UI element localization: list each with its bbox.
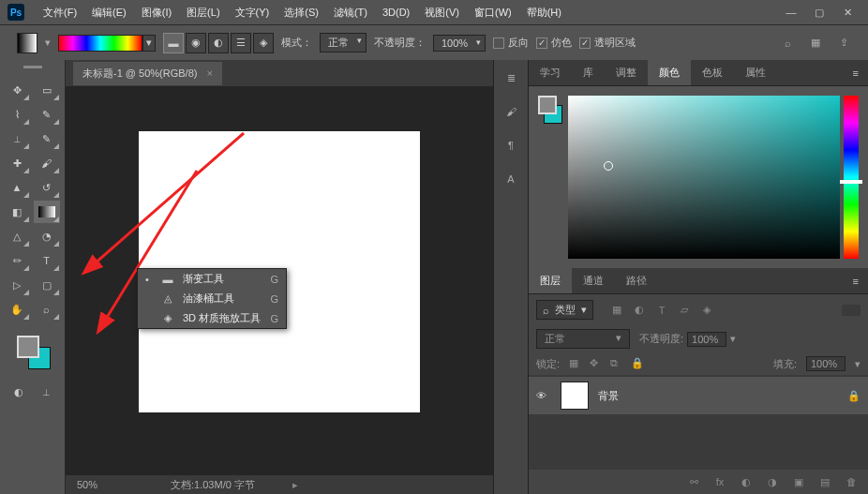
panel-color-swatches[interactable] (538, 96, 564, 259)
menu-help[interactable]: 帮助(H) (519, 6, 569, 20)
document-info[interactable]: 文档:1.03M/0 字节 (171, 478, 255, 492)
menu-layer[interactable]: 图层(L) (179, 6, 227, 20)
filter-toggle[interactable] (842, 305, 861, 316)
link-layers-icon[interactable]: ⚯ (686, 474, 701, 489)
dodge-tool[interactable]: ◔ (34, 225, 60, 247)
tab-adjustments[interactable]: 调整 (605, 60, 648, 85)
eraser-tool[interactable]: ◧ (4, 201, 30, 223)
tab-color[interactable]: 颜色 (648, 60, 691, 85)
flyout-3d-material-tool[interactable]: ◈ 3D 材质拖放工具 G (138, 308, 286, 328)
zoom-tool[interactable]: ⌕ (34, 298, 60, 321)
type-tool[interactable]: T (34, 249, 60, 272)
filter-shape-icon[interactable]: ▱ (678, 304, 691, 317)
layer-fill-input[interactable]: 100% (806, 356, 846, 371)
gradient-reflected-button[interactable]: ☰ (231, 33, 251, 53)
tab-swatches[interactable]: 色板 (691, 60, 734, 85)
blend-mode-select[interactable]: 正常 (320, 33, 367, 52)
healing-tool[interactable]: ✚ (4, 152, 30, 174)
menu-window[interactable]: 窗口(W) (467, 6, 519, 20)
opacity-input[interactable]: 100% (433, 35, 486, 52)
history-panel-icon[interactable]: ≣ (499, 67, 523, 88)
layer-name[interactable]: 背景 (598, 389, 838, 403)
color-picker-field[interactable] (568, 96, 840, 259)
path-select-tool[interactable]: ▷ (4, 274, 30, 296)
blur-tool[interactable]: △ (4, 225, 30, 247)
tab-library[interactable]: 库 (572, 60, 605, 85)
chevron-down-icon[interactable]: ▾ (45, 37, 51, 49)
history-brush-tool[interactable]: ↺ (34, 176, 60, 199)
reverse-checkbox[interactable] (493, 37, 504, 49)
color-swatches[interactable] (4, 336, 61, 373)
toolbox-handle[interactable] (4, 66, 61, 75)
share-icon[interactable]: ⇪ (836, 36, 851, 51)
menu-view[interactable]: 视图(V) (417, 6, 467, 20)
tab-layers[interactable]: 图层 (529, 268, 572, 293)
new-layer-icon[interactable]: ▤ (817, 474, 832, 489)
screen-mode-button[interactable]: ⟂ (34, 381, 60, 403)
eyedropper-tool[interactable]: ✎ (34, 127, 60, 150)
pen-tool[interactable]: ✏ (4, 249, 30, 272)
tab-learn[interactable]: 学习 (529, 60, 572, 85)
lock-icon[interactable]: 🔒 (847, 390, 861, 402)
layer-style-icon[interactable]: fx (712, 474, 727, 489)
quick-select-tool[interactable]: ✎ (34, 103, 60, 126)
chevron-down-icon[interactable]: ▾ (730, 333, 736, 345)
flyout-gradient-tool[interactable]: • ▬ 渐变工具 G (138, 269, 286, 289)
lasso-tool[interactable]: ⌇ (4, 103, 30, 126)
layer-opacity-input[interactable]: 100% (687, 332, 726, 347)
move-tool[interactable]: ✥ (4, 79, 30, 101)
window-close-button[interactable]: ✕ (834, 3, 861, 22)
marquee-tool[interactable]: ▭ (34, 79, 60, 101)
brush-panel-icon[interactable]: 🖌 (499, 101, 523, 122)
search-icon[interactable]: ⌕ (780, 36, 795, 51)
gradient-radial-button[interactable]: ◉ (186, 33, 206, 53)
filter-adjust-icon[interactable]: ◐ (633, 304, 646, 317)
hue-slider-cursor[interactable] (840, 180, 862, 184)
lock-all-icon[interactable]: 🔒 (631, 357, 644, 370)
layer-mask-icon[interactable]: ◐ (739, 474, 754, 489)
chevron-right-icon[interactable]: ▸ (292, 479, 298, 491)
adjustment-layer-icon[interactable]: ◑ (765, 474, 780, 489)
lock-artboard-icon[interactable]: ⧉ (610, 357, 623, 370)
filter-smart-icon[interactable]: ◈ (700, 304, 713, 317)
window-maximize-button[interactable]: ▢ (806, 3, 832, 22)
gradient-preview[interactable] (58, 35, 142, 52)
character-panel-icon[interactable]: A (499, 169, 523, 189)
panel-menu-icon[interactable]: ≡ (844, 276, 868, 287)
foreground-color-swatch[interactable] (17, 336, 39, 358)
gradient-linear-button[interactable]: ▬ (163, 33, 184, 53)
hand-tool[interactable]: ✋ (4, 298, 30, 321)
chevron-down-icon[interactable]: ▾ (855, 358, 861, 370)
lock-pixels-icon[interactable]: ▦ (569, 357, 582, 370)
menu-3d[interactable]: 3D(D) (375, 7, 417, 18)
menu-type[interactable]: 文字(Y) (228, 6, 277, 20)
layer-group-icon[interactable]: ▣ (791, 474, 806, 489)
menu-file[interactable]: 文件(F) (36, 6, 84, 20)
menu-image[interactable]: 图像(I) (134, 6, 179, 20)
clone-tool[interactable]: ▲ (4, 176, 30, 199)
crop-tool[interactable]: ⟂ (4, 127, 30, 150)
workspace-icon[interactable]: ▦ (808, 36, 823, 51)
gradient-angle-button[interactable]: ◐ (208, 33, 229, 53)
shape-tool[interactable]: ▢ (34, 274, 60, 296)
paragraph-panel-icon[interactable]: ¶ (499, 135, 523, 156)
brush-tool[interactable]: 🖌 (34, 152, 60, 174)
layer-blend-mode-select[interactable]: 正常 ▾ (536, 329, 630, 349)
tab-properties[interactable]: 属性 (734, 60, 777, 85)
dither-checkbox[interactable] (536, 37, 547, 49)
gradient-picker-dropdown[interactable]: ▾ (142, 35, 156, 52)
layer-row[interactable]: 👁 背景 🔒 (529, 377, 868, 414)
lock-position-icon[interactable]: ✥ (590, 357, 603, 370)
menu-edit[interactable]: 编辑(E) (84, 6, 134, 20)
window-minimize-button[interactable]: — (778, 3, 804, 22)
flyout-paint-bucket-tool[interactable]: ◬ 油漆桶工具 G (138, 289, 286, 308)
gradient-tool[interactable] (34, 201, 60, 223)
zoom-value[interactable]: 50% (77, 479, 133, 490)
color-picker-cursor[interactable] (604, 161, 613, 171)
tab-paths[interactable]: 路径 (615, 268, 658, 293)
layer-filter-select[interactable]: ⌕ 类型 ▾ (536, 300, 593, 320)
panel-fg-swatch[interactable] (538, 96, 557, 114)
document-tab[interactable]: 未标题-1 @ 50%(RGB/8) × (73, 62, 222, 85)
menu-select[interactable]: 选择(S) (277, 6, 326, 20)
panel-menu-icon[interactable]: ≡ (844, 67, 868, 79)
